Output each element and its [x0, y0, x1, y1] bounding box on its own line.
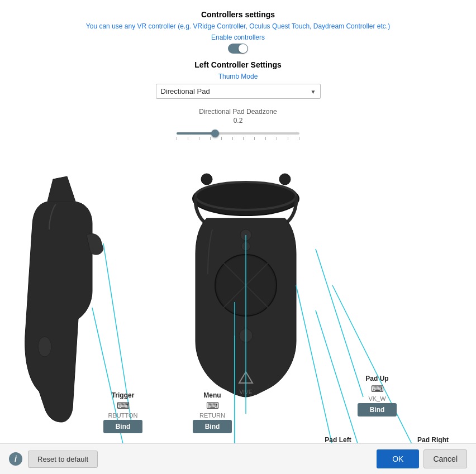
reset-button[interactable]: Reset to default	[28, 451, 98, 468]
slider-fill	[177, 132, 213, 135]
cancel-button[interactable]: Cancel	[423, 449, 467, 468]
deadzone-slider[interactable]	[177, 132, 299, 135]
ok-button[interactable]: OK	[377, 449, 419, 468]
trigger-group: Trigger ⌨ RBUTTON Bind	[103, 391, 142, 433]
footer-left: i Reset to default	[9, 451, 98, 468]
section-title: Left Controller Settings	[194, 60, 282, 69]
controller-area: VIVE Trigger ⌨ RBUTTON Bind Men	[0, 157, 476, 453]
pad-left-label: Pad Left	[325, 436, 351, 444]
deadzone-value: 0.2	[234, 117, 243, 125]
svg-point-0	[38, 337, 51, 357]
slider-thumb[interactable]	[211, 130, 219, 137]
pad-up-label: Pad Up	[365, 375, 388, 382]
menu-keyboard-icon: ⌨	[206, 400, 219, 411]
deadzone-label: Directional Pad Deadzone	[199, 108, 277, 116]
menu-label: Menu	[203, 391, 221, 399]
trigger-keyboard-icon: ⌨	[117, 400, 130, 411]
controller-svg: VIVE	[0, 157, 476, 453]
info-icon[interactable]: i	[9, 452, 22, 466]
svg-point-3	[201, 174, 212, 185]
thumb-mode-dropdown-container: Directional Pad Joystick Touch ▼	[156, 84, 321, 99]
svg-point-4	[279, 174, 291, 185]
trigger-label: Trigger	[112, 391, 135, 399]
left-controller-image	[25, 176, 103, 422]
menu-key: RETURN	[199, 412, 225, 419]
footer: i Reset to default OK Cancel	[0, 443, 476, 474]
trigger-bind-button[interactable]: Bind	[103, 420, 142, 433]
svg-line-19	[316, 249, 363, 397]
thumb-mode-dropdown[interactable]: Directional Pad Joystick Touch	[156, 84, 321, 99]
pad-up-bind-button[interactable]: Bind	[358, 403, 397, 416]
svg-line-21	[332, 285, 419, 453]
page-title: Controllers settings	[201, 10, 275, 19]
enable-label: Enable controllers	[211, 33, 265, 41]
menu-group: Menu ⌨ RETURN Bind	[193, 391, 232, 433]
thumb-mode-label: Thumb Mode	[218, 73, 258, 80]
slider-ticks	[177, 137, 299, 140]
footer-right: OK Cancel	[377, 449, 467, 468]
toggle-knob	[239, 44, 247, 53]
pad-up-key: VK_W	[368, 395, 385, 402]
pad-right-label: Pad Right	[417, 436, 449, 444]
deadzone-slider-container	[177, 128, 299, 140]
enable-toggle[interactable]	[228, 44, 248, 54]
pad-up-group: Pad Up ⌨ VK_W Bind	[358, 375, 397, 416]
trigger-key: RBUTTON	[108, 412, 138, 419]
subtitle: You can use any VR controller (e.g. VRid…	[86, 22, 390, 30]
pad-up-keyboard-icon: ⌨	[371, 384, 384, 394]
menu-bind-button[interactable]: Bind	[193, 420, 232, 433]
